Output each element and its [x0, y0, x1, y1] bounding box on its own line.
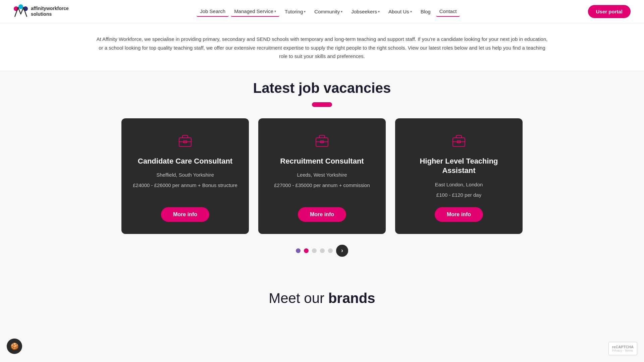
nav-contact[interactable]: Contact [436, 6, 460, 17]
logo-icon [13, 4, 28, 19]
nav-about-us[interactable]: About Us ▾ [385, 7, 415, 16]
card-2-salary: £27000 - £35000 per annum + commission [274, 182, 370, 188]
main-nav: Job Search Managed Service ▾ Tutoring ▾ … [197, 6, 460, 17]
logo-name: affinityworkforce [31, 6, 69, 11]
vacancies-title: Latest job vacancies [0, 80, 644, 96]
carousel-dots: › [0, 245, 644, 257]
brands-section: Meet our brands [0, 277, 644, 313]
briefcase-icon-2 [313, 132, 331, 150]
chevron-down-icon: ▾ [410, 10, 412, 13]
nav-blog[interactable]: Blog [417, 7, 434, 16]
nav-managed-service[interactable]: Managed Service ▾ [231, 6, 279, 17]
card-2-more-info-button[interactable]: More info [298, 207, 346, 222]
pink-bar-decoration [312, 102, 332, 107]
carousel-dot-5[interactable] [328, 248, 333, 253]
card-1-more-info-button[interactable]: More info [161, 207, 209, 222]
card-1-location: Sheffield, South Yorkshire [156, 172, 214, 178]
card-1-title: Candidate Care Consultant [138, 157, 232, 166]
chevron-down-icon: ▾ [378, 10, 380, 13]
briefcase-icon-1 [176, 132, 194, 150]
brands-title: Meet our brands [0, 290, 644, 306]
card-2-location: Leeds, West Yorkshire [297, 172, 347, 178]
card-1-salary: £24000 - £26000 per annum + Bonus struct… [133, 182, 237, 188]
nav-job-search[interactable]: Job Search [197, 6, 229, 17]
nav-community[interactable]: Community ▾ [311, 7, 346, 16]
site-header: affinityworkforce solutions Job Search M… [0, 0, 644, 23]
job-card-3: Higher Level Teaching Assistant East Lon… [395, 118, 523, 234]
chevron-down-icon: ▾ [341, 10, 342, 13]
card-3-title: Higher Level Teaching Assistant [406, 157, 512, 176]
card-3-more-info-button[interactable]: More info [435, 207, 483, 222]
card-3-salary: £100 - £120 per day [436, 192, 481, 198]
job-card-2: Recruitment Consultant Leeds, West Yorks… [258, 118, 386, 234]
card-3-location: East London, London [435, 182, 483, 187]
carousel-dot-1[interactable] [296, 248, 301, 253]
user-portal-button[interactable]: User portal [588, 5, 631, 18]
carousel-dot-2[interactable] [304, 248, 309, 253]
chevron-down-icon: ▾ [274, 9, 276, 13]
carousel-next-button[interactable]: › [336, 245, 348, 257]
chevron-down-icon: ▾ [304, 10, 306, 13]
vacancies-section: Latest job vacancies Candidate Care Cons… [0, 70, 644, 277]
briefcase-icon-3 [450, 132, 468, 150]
job-card-1: Candidate Care Consultant Sheffield, Sou… [121, 118, 249, 234]
carousel-dot-3[interactable] [312, 248, 317, 253]
intro-section: At Affinity Workforce, we specialise in … [0, 23, 644, 70]
logo-sub: solutions [31, 11, 69, 17]
nav-tutoring[interactable]: Tutoring ▾ [281, 7, 309, 16]
intro-text: At Affinity Workforce, we specialise in … [94, 35, 550, 61]
carousel-dot-4[interactable] [320, 248, 325, 253]
logo[interactable]: affinityworkforce solutions [13, 4, 69, 19]
svg-point-1 [18, 4, 23, 9]
job-cards-container: Candidate Care Consultant Sheffield, Sou… [0, 118, 644, 234]
card-2-title: Recruitment Consultant [280, 157, 364, 166]
nav-jobseekers[interactable]: Jobseekers ▾ [348, 7, 383, 16]
